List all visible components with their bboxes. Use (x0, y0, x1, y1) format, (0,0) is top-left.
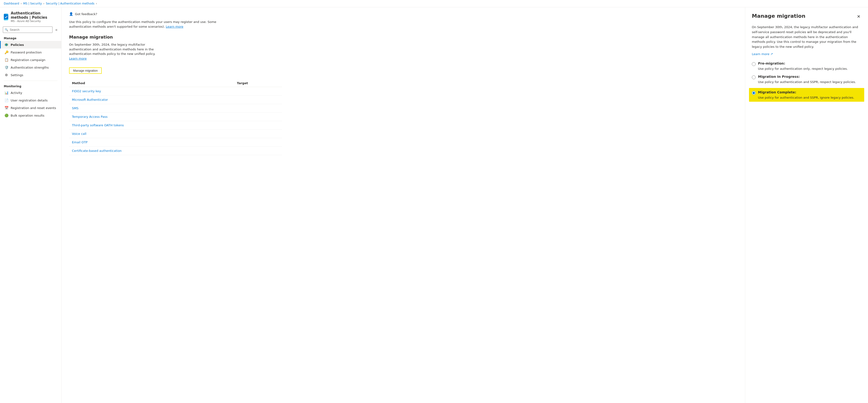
external-link-icon: ↗ (770, 52, 773, 56)
manage-migration-button[interactable]: Manage migration (69, 67, 102, 74)
radio-desc-pre-migration: Use policy for authentication only, resp… (758, 67, 861, 70)
col-method: Method (69, 80, 234, 87)
password-protection-icon: 🔑 (4, 51, 8, 54)
radio-label-pre-migration: Pre-migration: (758, 61, 785, 65)
sidebar-item-policies[interactable]: Policies (0, 41, 61, 49)
breadcrumb-dashboard[interactable]: Dashboard (4, 2, 19, 5)
settings-label: Settings (11, 73, 23, 77)
radio-label-migration-in-progress: Migration In Progress: (758, 75, 800, 79)
policy-description: Use this policy to configure the authent… (69, 20, 235, 29)
table-row: Third-party software OATH tokens (69, 121, 282, 129)
sidebar-item-auth-strengths[interactable]: 🛡️ Authentication strengths (0, 64, 61, 71)
method-cell: FIDO2 security key (69, 87, 234, 95)
activity-icon: 📊 (4, 91, 8, 95)
target-cell (234, 146, 282, 155)
registration-reset-icon: 📅 (4, 106, 8, 110)
panel-learn-more-link[interactable]: Learn more ↗ (752, 52, 861, 56)
method-link[interactable]: Voice call (72, 132, 86, 135)
table-row: Voice call (69, 129, 282, 138)
table-row: Temporary Access Pass (69, 112, 282, 121)
auth-strengths-label: Authentication strengths (11, 66, 49, 69)
migration-row: On September 30th, 2024, the legacy mult… (69, 42, 737, 74)
method-link[interactable]: Email OTP (72, 141, 88, 144)
activity-label: Activity (11, 91, 22, 95)
method-link[interactable]: Temporary Access Pass (72, 115, 107, 119)
method-cell: Voice call (69, 129, 234, 138)
table-row: SMS (69, 104, 282, 112)
target-cell (234, 138, 282, 146)
registration-campaign-icon: 📋 (4, 58, 8, 62)
bulk-operations-label: Bulk operation results (11, 114, 44, 117)
radio-desc-migration-in-progress: Use policy for authentication and SSPR, … (758, 80, 861, 84)
panel-title: Manage migration (752, 13, 805, 19)
search-input[interactable] (3, 27, 53, 33)
method-cell: SMS (69, 104, 234, 112)
table-row: Email OTP (69, 138, 282, 146)
table-row: FIDO2 security key (69, 87, 282, 95)
sidebar-search-wrapper: 🔍 « (0, 25, 61, 35)
right-panel: Manage migration ✕ On September 30th, 20… (745, 7, 868, 403)
breadcrumb-security[interactable]: MS | Security (23, 2, 42, 5)
feedback-label: Got feedback? (75, 12, 97, 16)
policy-learn-more-link[interactable]: Learn more (166, 25, 183, 28)
user-registration-icon: 📄 (4, 98, 8, 102)
panel-header: Manage migration ✕ (752, 13, 861, 20)
radio-option-migration-in-progress[interactable]: Migration In Progress: Use policy for au… (752, 75, 861, 84)
monitoring-section-label: Monitoring (0, 83, 61, 89)
method-link[interactable]: SMS (72, 106, 79, 110)
col-target: Target (234, 80, 282, 87)
table-row: Microsoft Authenticator (69, 95, 282, 104)
panel-close-button[interactable]: ✕ (856, 13, 861, 20)
manage-migration-section-title: Manage migration (69, 34, 737, 39)
sidebar-header: Authentication methods | Policies MS - A… (0, 7, 61, 25)
sidebar-item-registration-reset[interactable]: 📅 Registration and reset events (0, 104, 61, 112)
radio-label-migration-complete: Migration Complete: (758, 90, 796, 94)
radio-migration-in-progress[interactable] (752, 75, 756, 79)
method-link[interactable]: Third-party software OATH tokens (72, 123, 124, 127)
sidebar-subtitle: MS - Azure AD Security (11, 20, 58, 23)
sidebar-item-settings[interactable]: ⚙️ Settings (0, 71, 61, 79)
migration-learn-more-link[interactable]: Learn more (69, 57, 87, 60)
main-content: 👤 Got feedback? Use this policy to confi… (62, 7, 745, 403)
breadcrumb: Dashboard › MS | Security › Security | A… (0, 0, 868, 7)
auth-strengths-icon: 🛡️ (4, 65, 8, 69)
target-cell (234, 121, 282, 129)
sidebar-title: Authentication methods | Policies (11, 11, 58, 20)
app-icon (4, 14, 8, 20)
radio-pre-migration[interactable] (752, 62, 756, 66)
policies-icon (4, 43, 8, 46)
registration-reset-label: Registration and reset events (11, 106, 56, 110)
method-link[interactable]: Certificate-based authentication (72, 149, 122, 153)
method-cell: Temporary Access Pass (69, 112, 234, 121)
radio-option-pre-migration[interactable]: Pre-migration: Use policy for authentica… (752, 61, 861, 70)
target-cell (234, 129, 282, 138)
method-link[interactable]: FIDO2 security key (72, 89, 101, 93)
panel-options: Pre-migration: Use policy for authentica… (752, 61, 861, 106)
sidebar: Authentication methods | Policies MS - A… (0, 7, 62, 403)
methods-table: Method Target FIDO2 security key Microso… (69, 80, 282, 155)
sidebar-item-bulk-operations[interactable]: 🟢 Bulk operation results (0, 112, 61, 119)
sidebar-item-user-registration[interactable]: 📄 User registration details (0, 96, 61, 104)
sidebar-item-password-protection[interactable]: 🔑 Password protection (0, 49, 61, 56)
panel-description: On September 30th, 2024, the legacy mult… (752, 25, 861, 50)
target-cell (234, 87, 282, 95)
settings-icon: ⚙️ (4, 73, 8, 77)
sidebar-item-activity[interactable]: 📊 Activity (0, 89, 61, 96)
radio-migration-complete[interactable] (752, 91, 756, 95)
method-cell: Third-party software OATH tokens (69, 121, 234, 129)
table-row: Certificate-based authentication (69, 146, 282, 155)
radio-option-migration-complete[interactable]: Migration Complete: Use policy for authe… (749, 88, 864, 102)
feedback-bar: 👤 Got feedback? (69, 12, 737, 16)
feedback-icon: 👤 (69, 12, 73, 16)
collapse-button[interactable]: « (54, 27, 58, 33)
method-link[interactable]: Microsoft Authenticator (72, 98, 108, 101)
breadcrumb-auth-methods[interactable]: Security | Authentication methods (46, 2, 94, 5)
bulk-operations-icon: 🟢 (4, 114, 8, 117)
registration-campaign-label: Registration campaign (11, 58, 45, 62)
user-registration-label: User registration details (11, 99, 48, 102)
search-icon: 🔍 (5, 28, 8, 31)
sidebar-item-registration-campaign[interactable]: 📋 Registration campaign (0, 56, 61, 64)
policies-label: Policies (11, 43, 24, 46)
radio-desc-migration-complete: Use policy for authentication and SSPR, … (758, 96, 861, 99)
method-cell: Microsoft Authenticator (69, 95, 234, 104)
